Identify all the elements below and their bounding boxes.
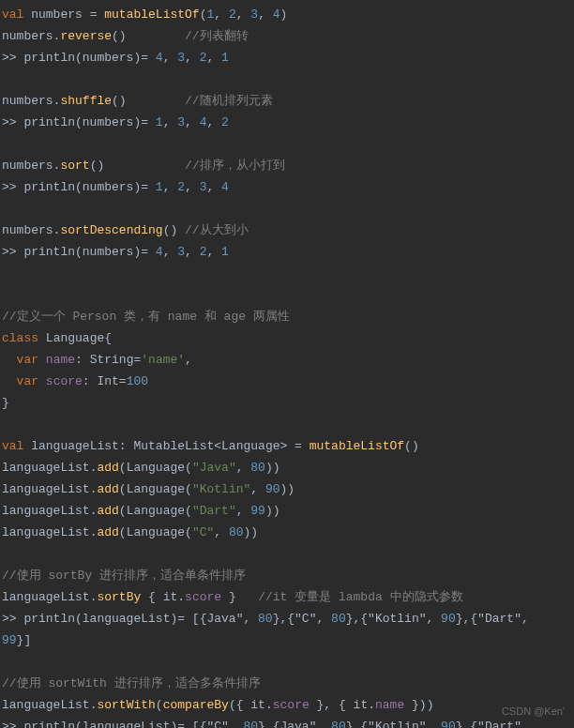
code-line: //定义一个 Person 类，有 name 和 age 两属性 — [0, 306, 574, 327]
identifier: numbers — [31, 8, 83, 22]
code-line: val languageList: MutableList<Language> … — [0, 435, 574, 457]
code-line: >> println(languageList)= [{Java", 80},{… — [0, 608, 574, 629]
watermark: CSDN @Ken' — [502, 701, 565, 722]
code-line: numbers.sortDescending() //从大到小 — [0, 220, 574, 241]
code-line: //使用 sortBy 进行排序，适合单条件排序 — [0, 565, 574, 586]
code-line: var name: String='name', — [0, 349, 574, 371]
code-line — [0, 68, 574, 90]
code-line: class Language{ — [0, 327, 574, 349]
code-line — [0, 133, 574, 155]
code-line: languageList.add(Language("C", 80)) — [0, 522, 574, 543]
comment: //列表翻转 — [185, 29, 249, 43]
keyword: val — [2, 8, 23, 22]
code-line — [0, 263, 574, 284]
code-line: languageList.add(Language("Java", 80)) — [0, 457, 574, 478]
code-line: languageList.add(Language("Dart", 99)) — [0, 500, 574, 522]
code-line — [0, 284, 574, 306]
code-line: >> println(numbers)= 1, 2, 3, 4 — [0, 176, 574, 198]
code-line: languageList.add(Language("Kotlin", 90)) — [0, 478, 574, 500]
code-line: >> println(numbers)= 4, 3, 2, 1 — [0, 47, 574, 68]
code-line — [0, 414, 574, 435]
code-line: val numbers = mutableListOf(1, 2, 3, 4) — [0, 4, 574, 25]
code-line: languageList.sortWith(compareBy({ it.sco… — [0, 694, 574, 716]
code-line: >> println(numbers)= 1, 3, 4, 2 — [0, 112, 574, 133]
code-line: 99}] — [0, 629, 574, 651]
code-line: languageList.sortBy { it.score } //it 变量… — [0, 586, 574, 608]
function: mutableListOf — [104, 8, 199, 22]
code-line — [0, 543, 574, 565]
code-block: val numbers = mutableListOf(1, 2, 3, 4) … — [0, 4, 574, 728]
code-line — [0, 651, 574, 673]
code-line — [0, 198, 574, 220]
code-line: var score: Int=100 — [0, 371, 574, 392]
code-line: //使用 sortWith 进行排序，适合多条件排序 — [0, 673, 574, 694]
code-line: >> println(numbers)= 4, 3, 2, 1 — [0, 241, 574, 263]
code-line: numbers.sort() //排序，从小打到 — [0, 155, 574, 176]
code-line: numbers.reverse() //列表翻转 — [0, 25, 574, 47]
code-line: >> println(languageList)= [{"C", 80},{Ja… — [0, 716, 574, 728]
code-line: } — [0, 392, 574, 414]
code-line: numbers.shuffle() //随机排列元素 — [0, 90, 574, 112]
